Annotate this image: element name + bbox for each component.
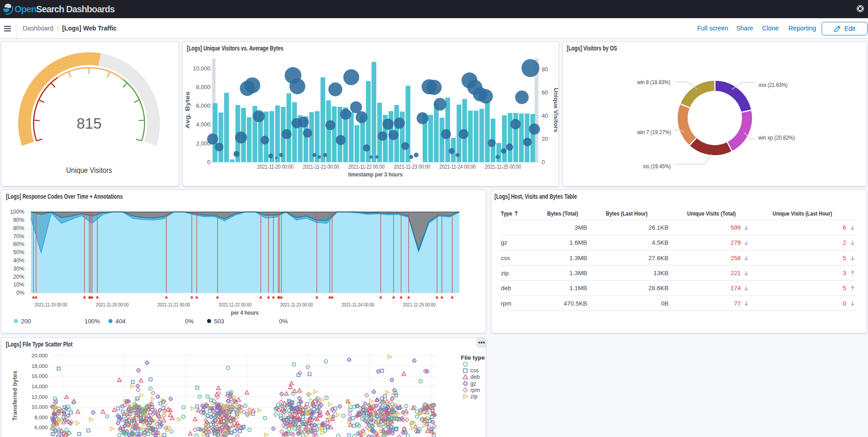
svg-text:599: 599 — [730, 224, 741, 231]
svg-text:Unique Visitors: Unique Visitors — [66, 166, 112, 174]
svg-text:12,000: 12,000 — [31, 394, 48, 400]
svg-text:zip: zip — [501, 270, 509, 276]
svg-text:404: 404 — [115, 318, 125, 325]
svg-text:80: 80 — [542, 66, 548, 73]
svg-text:1.3MB: 1.3MB — [569, 270, 587, 276]
svg-text:6,000: 6,000 — [196, 103, 210, 109]
svg-text:Type: Type — [501, 210, 512, 217]
svg-text:279: 279 — [730, 239, 741, 246]
svg-text:*: * — [267, 295, 270, 303]
svg-text:OpenSearch Dashboards: OpenSearch Dashboards — [15, 4, 115, 14]
svg-text:5: 5 — [843, 285, 846, 291]
svg-text:221: 221 — [730, 270, 741, 276]
svg-text:*: * — [436, 295, 439, 303]
svg-text:2021-11-23 00:00: 2021-11-23 00:00 — [394, 164, 430, 170]
svg-text:win 7 (19.27%): win 7 (19.27%) — [637, 129, 671, 136]
svg-text:28.6KB: 28.6KB — [649, 285, 668, 291]
svg-text:*: * — [90, 295, 94, 303]
svg-text:osx (21.63%): osx (21.63%) — [758, 81, 788, 88]
svg-text:18,000: 18,000 — [31, 363, 48, 369]
svg-text:60: 60 — [542, 90, 548, 96]
svg-text:css: css — [470, 367, 479, 374]
svg-text:2021-11-25 00:00: 2021-11-25 00:00 — [485, 164, 521, 170]
svg-text:40: 40 — [542, 113, 548, 119]
svg-text:1.6MB: 1.6MB — [569, 239, 587, 246]
svg-text:rpm: rpm — [470, 387, 480, 393]
svg-text:8,000: 8,000 — [35, 414, 48, 420]
svg-text:*: * — [216, 295, 219, 303]
svg-text:60%: 60% — [13, 241, 25, 247]
svg-text:*: * — [190, 295, 194, 303]
svg-text:0B: 0B — [661, 300, 668, 307]
svg-text:2021-11-24 00:00: 2021-11-24 00:00 — [342, 302, 374, 307]
svg-text:13KB: 13KB — [653, 270, 668, 276]
svg-text:14,000: 14,000 — [31, 383, 48, 389]
svg-text:80%: 80% — [13, 225, 25, 231]
svg-text:*: * — [272, 295, 275, 303]
svg-text:2021-11-21 00:00: 2021-11-21 00:00 — [157, 302, 190, 307]
svg-text:2021-11-22 00:00: 2021-11-22 00:00 — [348, 164, 384, 170]
svg-text:174: 174 — [730, 285, 741, 291]
svg-text:*: * — [195, 295, 199, 303]
svg-text:20,000: 20,000 — [31, 352, 48, 358]
svg-text:4.5KB: 4.5KB — [652, 239, 668, 246]
svg-text:26.1KB: 26.1KB — [649, 224, 668, 231]
svg-text:deb: deb — [470, 374, 480, 380]
svg-text:40%: 40% — [13, 257, 25, 264]
svg-text:1.1MB: 1.1MB — [569, 285, 587, 291]
svg-text:10,000: 10,000 — [31, 404, 48, 410]
svg-text:timestamp per 3 hours: timestamp per 3 hours — [348, 171, 403, 178]
svg-text:*: * — [259, 295, 263, 303]
svg-text:6: 6 — [843, 224, 846, 231]
svg-text:100%: 100% — [10, 209, 24, 215]
svg-text:2021-11-23 00:00: 2021-11-23 00:00 — [280, 302, 313, 307]
svg-text:Bytes (Total): Bytes (Total) — [547, 210, 578, 217]
svg-text:815: 815 — [76, 115, 101, 132]
svg-text:20: 20 — [542, 136, 548, 142]
svg-text:deb: deb — [501, 285, 511, 291]
svg-text:10,000: 10,000 — [193, 65, 210, 72]
svg-text:50%: 50% — [13, 249, 25, 256]
svg-text:*: * — [379, 295, 383, 303]
svg-text:16,000: 16,000 — [31, 373, 48, 379]
svg-text:3: 3 — [843, 270, 846, 276]
svg-text:6,000: 6,000 — [35, 424, 48, 430]
svg-text:20%: 20% — [13, 274, 25, 280]
svg-text:0%: 0% — [16, 290, 25, 296]
svg-text:*: * — [451, 295, 454, 303]
svg-text:*: * — [83, 295, 86, 303]
svg-text:10%: 10% — [13, 281, 25, 288]
svg-text:503: 503 — [214, 318, 224, 325]
svg-text:90%: 90% — [13, 217, 25, 223]
svg-text:win 8 (18.83%): win 8 (18.83%) — [637, 79, 670, 85]
svg-text:2021-11-24 00:00: 2021-11-24 00:00 — [439, 164, 476, 170]
svg-text:77: 77 — [734, 300, 741, 307]
svg-text:Transferred bytes: Transferred bytes — [12, 371, 18, 421]
svg-text:Bytes (Last Hour): Bytes (Last Hour) — [606, 210, 648, 217]
svg-text:*: * — [35, 295, 38, 303]
svg-text:258: 258 — [730, 255, 741, 261]
svg-text:2021-11-21 00:00: 2021-11-21 00:00 — [303, 164, 339, 170]
svg-text:css: css — [501, 255, 510, 261]
svg-text:470.5KB: 470.5KB — [564, 300, 587, 307]
svg-text:1.3MB: 1.3MB — [569, 255, 587, 261]
svg-text:*: * — [399, 295, 403, 303]
svg-text:*: * — [440, 295, 444, 303]
svg-text:30%: 30% — [13, 266, 25, 272]
svg-text:win xp (20.82%): win xp (20.82%) — [758, 134, 795, 141]
svg-text:2021-11-20 00:00: 2021-11-20 00:00 — [96, 302, 129, 307]
svg-text:per 4 hours: per 4 hours — [231, 309, 259, 316]
svg-text:0: 0 — [542, 159, 545, 166]
svg-text:2021-11-20 00:00: 2021-11-20 00:00 — [257, 164, 294, 170]
svg-text:0: 0 — [207, 159, 210, 166]
svg-text:4,000: 4,000 — [196, 121, 210, 128]
svg-text:3MB: 3MB — [574, 224, 587, 231]
svg-text:0: 0 — [843, 300, 846, 307]
svg-text:27.6KB: 27.6KB — [649, 255, 668, 261]
svg-text:*: * — [165, 295, 168, 303]
svg-text:8,000: 8,000 — [196, 84, 210, 90]
svg-text:File type: File type — [461, 354, 485, 361]
svg-text:*: * — [331, 295, 334, 303]
svg-text:Avg. Bytes: Avg. Bytes — [184, 91, 191, 129]
svg-text:*: * — [96, 295, 99, 303]
